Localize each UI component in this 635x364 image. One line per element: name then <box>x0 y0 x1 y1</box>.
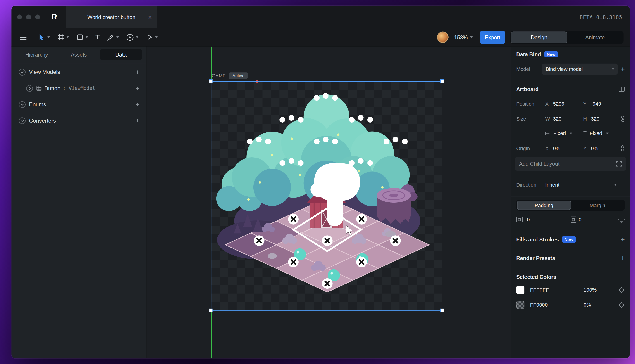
padding-horizontal-icon <box>516 217 523 222</box>
tab-assets[interactable]: Assets <box>58 49 100 60</box>
position-x-label: X <box>545 101 548 107</box>
text-tool-icon: T <box>96 33 100 41</box>
selection-handle-top-left[interactable] <box>209 79 212 83</box>
color-hex-red[interactable]: FF0000 <box>530 302 548 308</box>
artboard-name-label[interactable]: GAME <box>212 73 226 78</box>
add-view-model-button[interactable]: + <box>136 68 140 75</box>
height-mode-dropdown[interactable]: Fixed <box>583 131 608 136</box>
canvas[interactable]: GAME Active <box>146 46 511 358</box>
color-row-white[interactable]: FFFFFF 100% <box>516 284 625 296</box>
color-swatch-white[interactable] <box>516 286 524 294</box>
text-tool-button[interactable]: T <box>96 33 100 41</box>
direction-value[interactable]: Inherit <box>545 182 559 188</box>
artboard-layout-columns-icon[interactable] <box>619 86 625 92</box>
chevron-down-circle-icon[interactable] <box>19 101 26 108</box>
model-label: Model <box>516 66 530 72</box>
document-tab[interactable]: World creator button × <box>66 6 157 28</box>
artboard-surface[interactable] <box>211 82 442 311</box>
origin-x-value[interactable]: 0% <box>553 146 560 151</box>
avatar[interactable] <box>437 32 448 43</box>
color-target-icon[interactable] <box>618 302 625 308</box>
rectangle-icon <box>76 34 84 41</box>
padding-horizontal-value[interactable]: 0 <box>527 217 530 222</box>
play-icon <box>146 34 153 41</box>
zoom-control[interactable]: 158% <box>454 34 473 40</box>
minimize-window-button[interactable] <box>26 14 31 19</box>
artboard-scene[interactable] <box>211 82 442 311</box>
add-child-layout-button[interactable]: Add Child Layout <box>515 157 626 171</box>
sidebar-item-enums[interactable]: Enums + <box>11 96 146 112</box>
direction-row: Direction Inherit <box>516 179 625 191</box>
selected-colors-header: Selected Colors <box>516 271 625 283</box>
position-label: Position <box>516 101 534 107</box>
sidebar-item-converters[interactable]: Converters + <box>11 112 146 129</box>
color-swatch-red-transparent[interactable] <box>516 301 524 309</box>
origin-link-icon[interactable] <box>621 145 625 152</box>
sidebar-item-button-viewmodel[interactable]: Button : ViewModel + <box>11 80 146 96</box>
padding-vertical-value[interactable]: 0 <box>579 217 582 222</box>
close-tab-icon[interactable]: × <box>148 14 152 20</box>
padding-per-side-icon[interactable] <box>618 216 625 223</box>
tab-data[interactable]: Data <box>100 49 142 60</box>
size-link-icon[interactable] <box>621 116 625 122</box>
shape-tool-caret-icon[interactable] <box>86 36 88 38</box>
add-data-bind-button[interactable]: + <box>620 66 625 73</box>
width-mode-icon <box>545 132 550 135</box>
color-opacity-white[interactable]: 100% <box>584 287 597 293</box>
model-row: Model Bind view model + <box>516 63 625 75</box>
artboard-tool-caret-icon[interactable] <box>67 36 69 38</box>
tab-padding[interactable]: Padding <box>517 200 571 210</box>
pen-tool-button[interactable] <box>107 34 119 41</box>
close-window-button[interactable] <box>17 14 22 19</box>
color-opacity-red[interactable]: 0% <box>584 302 591 308</box>
width-mode-dropdown[interactable]: Fixed <box>545 131 572 136</box>
selection-handle-bottom-left[interactable] <box>209 308 212 312</box>
add-button-property-button[interactable]: + <box>136 85 140 92</box>
chevron-down-circle-icon[interactable] <box>19 68 26 75</box>
select-tool-button[interactable] <box>38 34 50 41</box>
chevron-right-circle-icon[interactable] <box>26 85 33 92</box>
selection-handle-bottom-right[interactable] <box>440 308 444 312</box>
chevron-down-circle-icon[interactable] <box>19 117 26 124</box>
events-tool-caret-icon[interactable] <box>136 36 139 38</box>
color-row-red[interactable]: FF0000 0% <box>516 299 625 311</box>
add-render-preset-button[interactable]: + <box>620 254 625 262</box>
size-w-value[interactable]: 320 <box>553 116 561 122</box>
tab-hierarchy[interactable]: Hierarchy <box>16 49 58 60</box>
color-target-icon[interactable] <box>618 287 625 293</box>
pen-tool-caret-icon[interactable] <box>117 36 119 38</box>
play-tool-button[interactable] <box>146 34 158 41</box>
select-tool-caret-icon[interactable] <box>47 36 50 38</box>
sidebar-item-view-models[interactable]: View Models + <box>11 64 146 80</box>
artboard-header[interactable]: GAME Active <box>212 72 248 79</box>
export-button[interactable]: Export <box>480 30 505 44</box>
selection-handle-top-right[interactable] <box>440 79 444 83</box>
shape-tool-button[interactable] <box>76 34 88 41</box>
color-hex-white[interactable]: FFFFFF <box>530 287 549 293</box>
data-bind-new-badge: New <box>544 51 558 58</box>
data-bind-title: Data Bind <box>516 51 541 57</box>
size-label: Size <box>516 116 526 122</box>
add-enum-button[interactable]: + <box>136 101 140 108</box>
width-mode-caret-icon <box>570 133 572 134</box>
tab-animate[interactable]: Animate <box>567 32 623 43</box>
bind-view-model-value: Bind view model <box>546 66 583 72</box>
position-y-value[interactable]: -949 <box>591 101 601 107</box>
tab-design[interactable]: Design <box>511 32 567 43</box>
size-h-value[interactable]: 320 <box>591 116 599 122</box>
bind-view-model-dropdown[interactable]: Bind view model <box>542 64 618 75</box>
events-tool-button[interactable] <box>126 34 139 41</box>
add-fill-button[interactable]: + <box>620 236 625 243</box>
tab-margin[interactable]: Margin <box>571 200 624 210</box>
size-h-label: H <box>583 116 587 122</box>
main-menu-button[interactable] <box>20 34 27 40</box>
zoom-level: 158% <box>454 34 468 40</box>
zoom-window-button[interactable] <box>35 14 40 19</box>
divider <box>511 249 630 249</box>
play-tool-caret-icon[interactable] <box>155 36 158 38</box>
origin-y-value[interactable]: 0% <box>591 146 598 151</box>
position-x-value[interactable]: 5296 <box>553 101 564 107</box>
direction-caret-icon[interactable] <box>614 184 617 186</box>
add-converter-button[interactable]: + <box>136 117 140 124</box>
artboard-tool-button[interactable] <box>57 34 69 41</box>
